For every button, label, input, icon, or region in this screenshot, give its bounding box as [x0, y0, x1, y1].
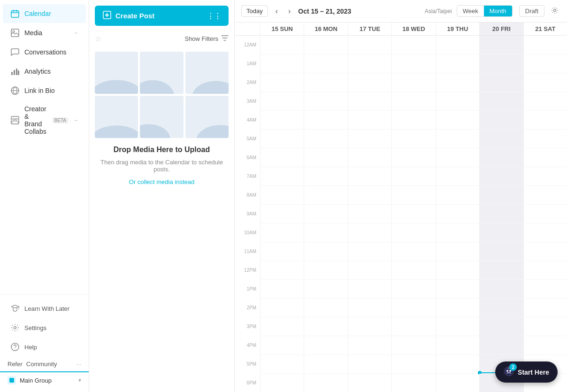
- day-cell-row0-col4[interactable]: [436, 36, 479, 54]
- settings-gear-button[interactable]: [549, 5, 560, 18]
- day-cell-row5-col1[interactable]: [304, 130, 347, 148]
- week-view-button[interactable]: Week: [457, 6, 484, 16]
- day-cell-row18-col4[interactable]: [436, 374, 479, 392]
- sidebar-item-help[interactable]: Help: [3, 338, 86, 356]
- community-label[interactable]: Community: [26, 361, 57, 368]
- day-cell-row3-col2[interactable]: [348, 92, 391, 111]
- month-view-button[interactable]: Month: [484, 6, 512, 16]
- day-cell-row1-col5[interactable]: [479, 54, 523, 73]
- day-cell-row3-col5[interactable]: [479, 92, 523, 111]
- day-cell-row5-col4[interactable]: [436, 130, 479, 148]
- more-dots-icon[interactable]: ···: [76, 361, 81, 368]
- day-cell-row12-col1[interactable]: [304, 261, 347, 280]
- day-cell-row14-col1[interactable]: [304, 299, 347, 317]
- day-cell-row3-col3[interactable]: [391, 92, 435, 111]
- day-cell-row8-col6[interactable]: [523, 186, 567, 205]
- day-cell-row0-col0[interactable]: [260, 36, 304, 54]
- day-cell-row10-col2[interactable]: [348, 223, 391, 242]
- day-cell-row6-col6[interactable]: [523, 148, 567, 167]
- day-cell-row12-col6[interactable]: [523, 261, 567, 280]
- day-cell-row4-col1[interactable]: [304, 111, 347, 130]
- next-arrow-button[interactable]: ›: [285, 6, 293, 16]
- day-cell-row15-col4[interactable]: [436, 317, 479, 336]
- day-cell-row7-col1[interactable]: [304, 167, 347, 186]
- day-cell-row1-col4[interactable]: [436, 54, 479, 73]
- sidebar-item-analytics[interactable]: Analytics: [3, 62, 86, 81]
- day-cell-row10-col6[interactable]: [523, 223, 567, 242]
- day-cell-row1-col3[interactable]: [391, 54, 435, 73]
- day-cell-row17-col0[interactable]: [260, 355, 304, 374]
- day-cell-row11-col3[interactable]: [391, 242, 435, 261]
- day-cell-row16-col1[interactable]: [304, 336, 347, 355]
- day-cell-row4-col3[interactable]: [391, 111, 435, 130]
- day-cell-row10-col1[interactable]: [304, 223, 347, 242]
- day-cell-row7-col0[interactable]: [260, 167, 304, 186]
- day-cell-row13-col4[interactable]: [436, 280, 479, 299]
- sidebar-item-learn[interactable]: Learn With Later: [3, 299, 86, 318]
- day-cell-row8-col3[interactable]: [391, 186, 435, 205]
- day-cell-row9-col1[interactable]: [304, 205, 347, 223]
- day-cell-row0-col5[interactable]: [479, 36, 523, 54]
- sidebar-item-creator-brand[interactable]: Creator & Brand Collabs BETA →: [3, 100, 86, 140]
- day-cell-row6-col3[interactable]: [391, 148, 435, 167]
- day-cell-row5-col0[interactable]: [260, 130, 304, 148]
- create-post-button[interactable]: Create Post ⋮⋮: [95, 6, 229, 26]
- day-cell-row2-col4[interactable]: [436, 73, 479, 92]
- day-cell-row16-col6[interactable]: [523, 336, 567, 355]
- day-cell-row14-col6[interactable]: [523, 299, 567, 317]
- day-cell-row12-col5[interactable]: [479, 261, 523, 280]
- day-cell-row12-col0[interactable]: [260, 261, 304, 280]
- day-cell-row11-col2[interactable]: [348, 242, 391, 261]
- day-cell-row15-col2[interactable]: [348, 317, 391, 336]
- day-cell-row15-col6[interactable]: [523, 317, 567, 336]
- day-cell-row9-col3[interactable]: [391, 205, 435, 223]
- day-cell-row17-col4[interactable]: [436, 355, 479, 374]
- day-cell-row7-col2[interactable]: [348, 167, 391, 186]
- day-cell-row5-col6[interactable]: [523, 130, 567, 148]
- day-cell-row13-col2[interactable]: [348, 280, 391, 299]
- day-cell-row4-col0[interactable]: [260, 111, 304, 130]
- day-cell-row18-col1[interactable]: [304, 374, 347, 392]
- day-cell-row3-col0[interactable]: [260, 92, 304, 111]
- day-cell-row14-col2[interactable]: [348, 299, 391, 317]
- day-cell-row11-col6[interactable]: [523, 242, 567, 261]
- day-cell-row16-col5[interactable]: [479, 336, 523, 355]
- sidebar-item-settings[interactable]: Settings: [3, 318, 86, 337]
- prev-arrow-button[interactable]: ‹: [273, 6, 281, 16]
- show-filters-button[interactable]: Show Filters: [184, 34, 229, 43]
- day-cell-row1-col0[interactable]: [260, 54, 304, 73]
- day-cell-row16-col2[interactable]: [348, 336, 391, 355]
- day-cell-row16-col0[interactable]: [260, 336, 304, 355]
- day-cell-row13-col5[interactable]: [479, 280, 523, 299]
- day-cell-row0-col2[interactable]: [348, 36, 391, 54]
- day-cell-row8-col1[interactable]: [304, 186, 347, 205]
- draft-button[interactable]: Draft: [519, 5, 544, 17]
- day-cell-row10-col0[interactable]: [260, 223, 304, 242]
- star-icon[interactable]: ☆: [95, 34, 101, 43]
- day-cell-row3-col1[interactable]: [304, 92, 347, 111]
- day-cell-row12-col4[interactable]: [436, 261, 479, 280]
- day-cell-row9-col5[interactable]: [479, 205, 523, 223]
- day-cell-row6-col2[interactable]: [348, 148, 391, 167]
- sidebar-item-conversations[interactable]: Conversations: [3, 43, 86, 61]
- day-cell-row8-col0[interactable]: [260, 186, 304, 205]
- day-cell-row12-col2[interactable]: [348, 261, 391, 280]
- sidebar-item-calendar[interactable]: Calendar: [3, 4, 86, 23]
- day-cell-row3-col6[interactable]: [523, 92, 567, 111]
- day-cell-row16-col3[interactable]: [391, 336, 435, 355]
- day-cell-row9-col6[interactable]: [523, 205, 567, 223]
- day-cell-row9-col0[interactable]: [260, 205, 304, 223]
- day-cell-row2-col2[interactable]: [348, 73, 391, 92]
- day-cell-row4-col6[interactable]: [523, 111, 567, 130]
- start-here-button[interactable]: 2 Start Here: [495, 361, 558, 383]
- day-cell-row10-col4[interactable]: [436, 223, 479, 242]
- day-cell-row5-col2[interactable]: [348, 130, 391, 148]
- day-cell-row12-col3[interactable]: [391, 261, 435, 280]
- day-cell-row15-col0[interactable]: [260, 317, 304, 336]
- sidebar-item-link-in-bio[interactable]: Link in Bio: [3, 81, 86, 100]
- day-cell-row13-col0[interactable]: [260, 280, 304, 299]
- day-cell-row7-col5[interactable]: [479, 167, 523, 186]
- day-cell-row14-col4[interactable]: [436, 299, 479, 317]
- day-cell-row1-col2[interactable]: [348, 54, 391, 73]
- day-cell-row7-col6[interactable]: [523, 167, 567, 186]
